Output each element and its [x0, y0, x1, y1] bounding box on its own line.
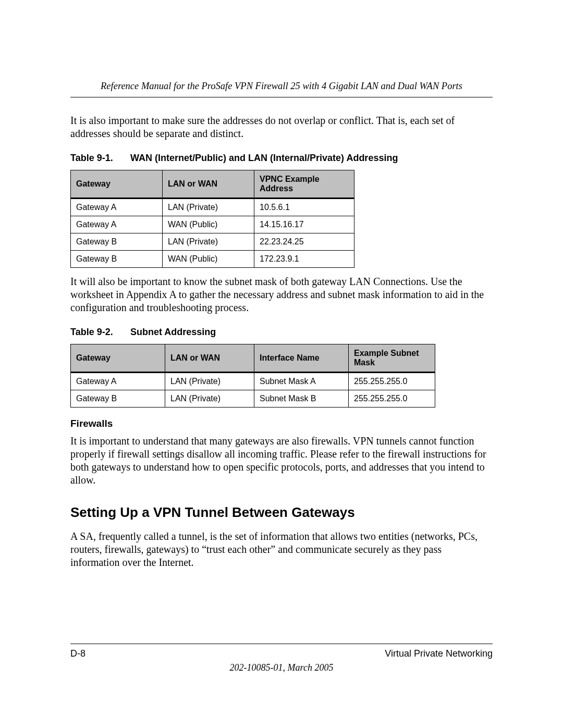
page-footer: D-8 Virtual Private Networking 202-10085…: [70, 644, 493, 673]
table-row: Gateway B LAN (Private) Subnet Mask B 25…: [71, 390, 435, 408]
col-vpnc-address: VPNC Example Address: [254, 170, 354, 199]
cell: LAN (Private): [163, 199, 254, 216]
section-heading-vpn-tunnel: Setting Up a VPN Tunnel Between Gateways: [70, 504, 493, 521]
cell: 22.23.24.25: [254, 233, 354, 251]
cell: Gateway B: [71, 233, 163, 251]
running-header: Reference Manual for the ProSafe VPN Fir…: [70, 81, 493, 97]
cell: Gateway A: [71, 373, 165, 390]
table-title: Subnet Addressing: [130, 327, 216, 337]
page-number: D-8: [70, 648, 85, 659]
table-row: Gateway B WAN (Public) 172.23.9.1: [71, 251, 354, 268]
cell: 172.23.9.1: [254, 251, 354, 268]
table-row: Gateway A LAN (Private) 10.5.6.1: [71, 199, 354, 216]
cell: Gateway B: [71, 251, 163, 268]
table-9-1: Gateway LAN or WAN VPNC Example Address …: [70, 170, 354, 268]
page: Reference Manual for the ProSafe VPN Fir…: [0, 0, 563, 728]
table-number: Table 9-1.: [70, 153, 128, 164]
cell: Gateway A: [71, 199, 163, 216]
cell: 10.5.6.1: [254, 199, 354, 216]
cell: WAN (Public): [163, 216, 254, 233]
col-interface-name: Interface Name: [254, 344, 349, 373]
table-header-row: Gateway LAN or WAN Interface Name Exampl…: [71, 344, 435, 373]
col-lan-wan: LAN or WAN: [165, 344, 254, 373]
table-row: Gateway A LAN (Private) Subnet Mask A 25…: [71, 373, 435, 390]
paragraph-subnet: It will also be important to know the su…: [70, 275, 493, 314]
cell: 255.255.255.0: [349, 373, 435, 390]
table-9-2-caption: Table 9-2. Subnet Addressing: [70, 327, 493, 338]
table-number: Table 9-2.: [70, 327, 128, 338]
cell: Gateway B: [71, 390, 165, 408]
cell: LAN (Private): [165, 390, 254, 408]
cell: 14.15.16.17: [254, 216, 354, 233]
paragraph-sa: A SA, frequently called a tunnel, is the…: [70, 530, 493, 569]
table-row: Gateway A WAN (Public) 14.15.16.17: [71, 216, 354, 233]
manual-title: Reference Manual for the ProSafe VPN Fir…: [101, 81, 462, 91]
document-id: 202-10085-01, March 2005: [70, 662, 493, 673]
cell: WAN (Public): [163, 251, 254, 268]
footer-row: D-8 Virtual Private Networking: [70, 648, 493, 659]
firewalls-heading: Firewalls: [70, 418, 493, 429]
table-9-1-caption: Table 9-1. WAN (Internet/Public) and LAN…: [70, 153, 493, 164]
table-title: WAN (Internet/Public) and LAN (Internal/…: [130, 153, 398, 163]
cell: 255.255.255.0: [349, 390, 435, 408]
cell: Subnet Mask B: [254, 390, 349, 408]
cell: Gateway A: [71, 216, 163, 233]
col-lan-wan: LAN or WAN: [163, 170, 254, 199]
paragraph-intro: It is also important to make sure the ad…: [70, 114, 493, 140]
cell: Subnet Mask A: [254, 373, 349, 390]
paragraph-firewalls: It is important to understand that many …: [70, 435, 493, 487]
table-9-2: Gateway LAN or WAN Interface Name Exampl…: [70, 344, 435, 408]
col-subnet-mask: Example Subnet Mask: [349, 344, 435, 373]
table-row: Gateway B LAN (Private) 22.23.24.25: [71, 233, 354, 251]
col-gateway: Gateway: [71, 344, 165, 373]
col-gateway: Gateway: [71, 170, 163, 199]
cell: LAN (Private): [163, 233, 254, 251]
cell: LAN (Private): [165, 373, 254, 390]
table-header-row: Gateway LAN or WAN VPNC Example Address: [71, 170, 354, 199]
section-name: Virtual Private Networking: [385, 648, 493, 659]
